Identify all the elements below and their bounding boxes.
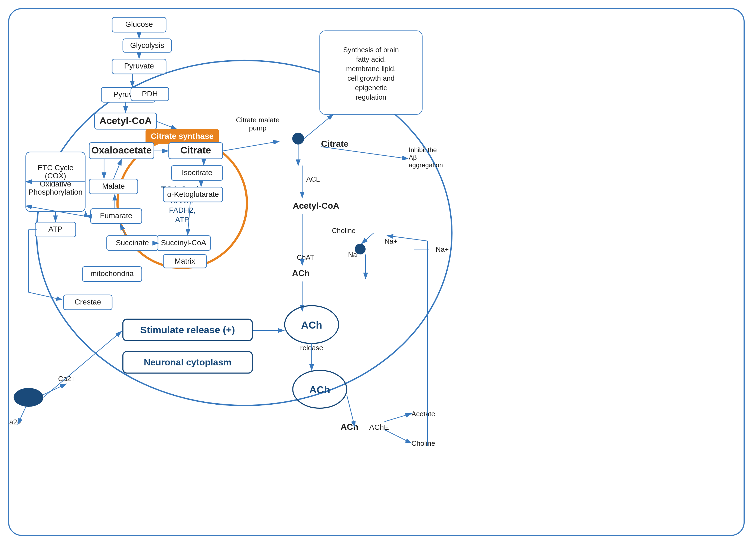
- main-container: ETC Cycle (COX) Oxidative Phosphorylatio…: [8, 8, 745, 536]
- citrate-inner-text: Citrate: [180, 145, 211, 156]
- crestae-text: Crestae: [75, 298, 101, 306]
- alpha-keto-text: α-Ketoglutarate: [167, 190, 219, 199]
- citrate-pump-dot: [292, 133, 304, 145]
- diagram-svg: ETC Cycle (COX) Oxidative Phosphorylatio…: [9, 9, 744, 535]
- ach-label1: ACh: [292, 268, 309, 278]
- ache-to-acetate: [384, 413, 412, 422]
- stimulate-text: Stimulate release (+): [140, 324, 235, 335]
- succinyl-coa-text: Succinyl-CoA: [161, 239, 206, 247]
- ca2-to-label1: [43, 384, 66, 395]
- synthesis-text2: fatty acid,: [356, 56, 386, 63]
- citrate-malate-label2: pump: [249, 124, 266, 132]
- atp-text: ATP: [48, 225, 63, 233]
- synthesis-text3: membrane lipid,: [346, 65, 396, 73]
- na-plus2-label: Na+: [384, 238, 397, 245]
- pdh-text: PDH: [142, 90, 158, 98]
- ache-to-choline: [384, 430, 412, 443]
- ach-oval2-text: ACh: [309, 384, 330, 395]
- na-plus1-label: Na+: [348, 251, 361, 259]
- tca-atp: ATP: [175, 216, 189, 224]
- matrix-text: Matrix: [175, 257, 195, 265]
- ach-oval1-text: ACh: [301, 319, 322, 331]
- inhibit-text2: Aβ: [409, 154, 417, 161]
- ca2-label1: Ca2+: [58, 375, 75, 382]
- glycolysis-text: Glycolysis: [130, 41, 164, 50]
- ca2-label2: Ca2+: [9, 418, 21, 426]
- synthesis-text5: epigenetic: [355, 84, 387, 92]
- etc-cycle-text3: Oxidative: [40, 180, 71, 188]
- acetyl-to-citrate-syn: [157, 121, 177, 129]
- ca2-to-label2: [18, 407, 26, 424]
- fumarate-text: Fumarate: [100, 212, 132, 220]
- na-right-label: Na+: [436, 246, 449, 253]
- ach-label3-text: ACh: [341, 422, 358, 432]
- mitochondria-text: mitochondria: [90, 269, 134, 278]
- acetyl-coa-right-label: Acetyl-CoA: [293, 201, 339, 211]
- synthesis-text1: Synthesis of brain: [343, 46, 399, 54]
- ca2-ellipse: [14, 388, 44, 407]
- atp-arrow-crestae: [28, 292, 62, 300]
- inhibit-text3: aggregation: [409, 161, 443, 169]
- citrate-to-inhibit: [321, 147, 408, 159]
- synthesis-text4: cell growth and: [347, 74, 395, 82]
- tca-fadh2: FADH2,: [169, 206, 195, 214]
- choline-to-nadot: [361, 233, 374, 244]
- succinate-text: Succinate: [116, 239, 149, 247]
- citrate-to-pump: [223, 141, 279, 151]
- acl-label: ACL: [306, 175, 320, 183]
- etc-cycle-text2: (COX): [45, 172, 66, 180]
- malate-to-oxaloacetate: [113, 160, 122, 179]
- pump-to-synthesis: [304, 114, 333, 139]
- citrate-malate-label: Citrate malate: [236, 116, 279, 124]
- neuronal-text: Neuronal cytoplasm: [144, 357, 232, 367]
- chat-label: ChAT: [297, 254, 314, 261]
- pyruvate1-text: Pyruvate: [124, 62, 154, 70]
- inhibit-text1: Inhibit the: [409, 146, 437, 154]
- etc-cycle-text4: Phosphorylation: [28, 188, 83, 196]
- citrate-synthase-text: Citrate synthase: [151, 132, 214, 141]
- malate-text: Malate: [102, 182, 125, 190]
- etc-cycle-text: ETC Cycle: [37, 164, 73, 172]
- acetate-label: Acetate: [411, 410, 435, 418]
- glucose-text: Glucose: [125, 20, 153, 28]
- choline-label: Choline: [332, 227, 356, 235]
- acetyl-coa-text: Acetyl-CoA: [99, 115, 152, 126]
- isocitrate-text: Isocitrate: [182, 168, 212, 177]
- ache-label: AChE: [369, 423, 389, 431]
- succinate-to-fumarate: [120, 224, 126, 236]
- oxaloacetate-text: Oxaloacetate: [91, 145, 152, 156]
- choline-bottom-label: Choline: [411, 439, 435, 447]
- synthesis-text6: regulation: [356, 93, 386, 101]
